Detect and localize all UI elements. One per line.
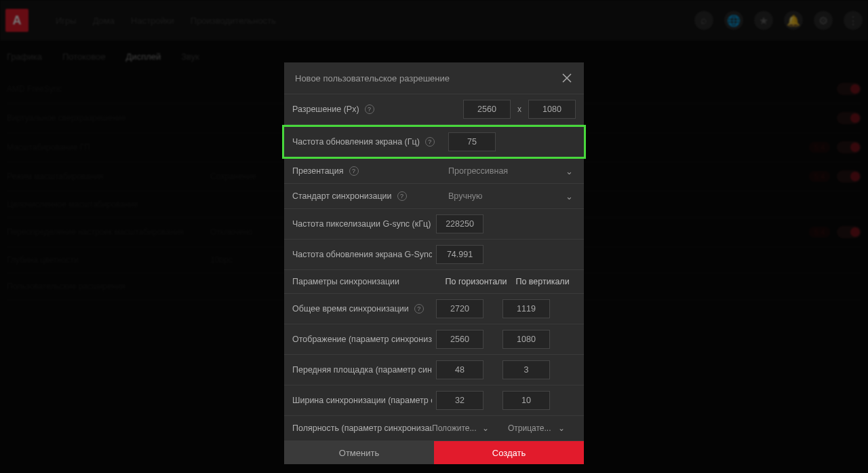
label-presentation: Презентация: [292, 166, 344, 176]
row-timing-total: Общее время синхронизации ?: [284, 294, 584, 324]
row-gsync-refresh: Частота обновления экрана G-Sync (Гц) ?: [284, 240, 584, 270]
resolution-width-input[interactable]: [463, 100, 511, 119]
chevron-down-icon: ⌄: [566, 166, 573, 176]
gsync-refresh-input[interactable]: [436, 245, 484, 264]
label-timing-display: Отображение (параметр синхронизации): [292, 335, 432, 344]
presentation-select[interactable]: Прогрессивная ⌄: [443, 166, 576, 176]
x-separator: x: [516, 105, 523, 114]
col-horizontal: По горизонтали: [443, 277, 509, 286]
row-presentation: Презентация ? Прогрессивная ⌄: [284, 159, 584, 184]
row-timing-standard: Стандарт синхронизации ? Вручную ⌄: [284, 184, 584, 209]
sync-width-v-input[interactable]: [502, 391, 550, 410]
label-polarity: Полярность (параметр синхронизации): [292, 423, 432, 433]
row-front-porch: Передняя площадка (параметр синхронизац: [284, 355, 584, 385]
close-icon[interactable]: [561, 72, 573, 84]
modal-header: Новое пользовательское разрешение: [284, 62, 584, 94]
gsync-pixel-input[interactable]: [436, 214, 484, 233]
label-refresh: Частота обновления экрана (Гц): [292, 137, 420, 147]
timing-display-h-input[interactable]: [436, 330, 484, 349]
timing-display-v-input[interactable]: [502, 330, 550, 349]
select-value: Вручную: [448, 191, 482, 201]
row-refresh-rate: Частота обновления экрана (Гц) ?: [282, 125, 586, 159]
select-value: Положите...: [432, 423, 476, 433]
label-timing-total: Общее время синхронизации: [292, 304, 409, 314]
cancel-button[interactable]: Отменить: [284, 441, 434, 464]
refresh-rate-input[interactable]: [448, 132, 496, 151]
chevron-down-icon: ⌄: [566, 191, 573, 202]
select-value: Прогрессивная: [448, 166, 508, 176]
row-gsync-pixel: Частота пикселизации G-sync (кГц) ?: [284, 209, 584, 240]
chevron-down-icon: ⌄: [482, 423, 489, 433]
help-icon[interactable]: ?: [414, 304, 424, 314]
timing-standard-select[interactable]: Вручную ⌄: [443, 191, 576, 202]
row-polarity: Полярность (параметр синхронизации) ? По…: [284, 416, 584, 441]
row-sync-width: Ширина синхронизации (параметр синхрони: [284, 385, 584, 416]
help-icon[interactable]: ?: [397, 191, 407, 201]
chevron-down-icon: ⌄: [558, 423, 565, 433]
front-porch-h-input[interactable]: [436, 360, 484, 379]
help-icon[interactable]: ?: [365, 105, 374, 114]
polarity-v-select[interactable]: Отрицате... ⌄: [508, 423, 565, 433]
polarity-h-select[interactable]: Положите... ⌄: [432, 423, 489, 433]
label-sync-width: Ширина синхронизации (параметр синхрони: [292, 396, 432, 405]
row-timing-params-header: Параметры синхронизации По горизонтали П…: [284, 270, 584, 294]
resolution-height-input[interactable]: [528, 100, 576, 119]
help-icon[interactable]: ?: [425, 137, 435, 147]
custom-resolution-modal: Новое пользовательское разрешение Разреш…: [284, 62, 584, 464]
label-front-porch: Передняя площадка (параметр синхронизац: [292, 365, 432, 375]
label-resolution: Разрешение (Px): [292, 105, 359, 114]
modal-title: Новое пользовательское разрешение: [295, 73, 450, 83]
front-porch-v-input[interactable]: [502, 360, 550, 379]
timing-total-v-input[interactable]: [502, 299, 550, 318]
label-timing-standard: Стандарт синхронизации: [292, 191, 392, 201]
row-resolution: Разрешение (Px) ? x: [284, 94, 584, 125]
create-button[interactable]: Создать: [434, 441, 584, 464]
label-gsync-pixel: Частота пикселизации G-sync (кГц): [292, 219, 431, 229]
help-icon[interactable]: ?: [349, 166, 359, 176]
modal-footer: Отменить Создать: [284, 441, 584, 464]
col-vertical: По вертикали: [509, 277, 576, 286]
label-timing-params: Параметры синхронизации: [292, 277, 399, 286]
select-value: Отрицате...: [508, 423, 551, 433]
timing-total-h-input[interactable]: [436, 299, 484, 318]
row-timing-display: Отображение (параметр синхронизации) ?: [284, 324, 584, 355]
sync-width-h-input[interactable]: [436, 391, 484, 410]
label-gsync-refresh: Частота обновления экрана G-Sync (Гц): [292, 250, 432, 259]
